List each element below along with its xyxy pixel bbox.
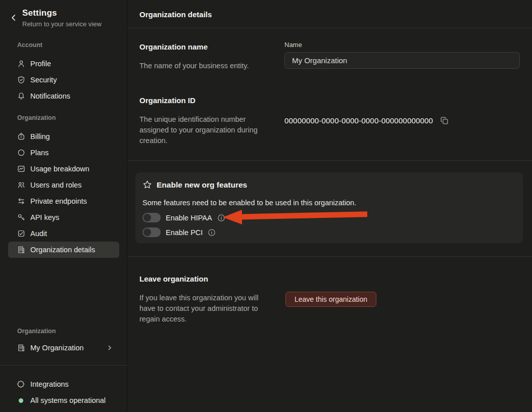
sidebar-item-label: Profile <box>30 60 51 68</box>
features-card-header: Enable new org features <box>142 180 247 190</box>
settings-app: Settings Return to your service view Acc… <box>0 0 532 412</box>
leave-organization-button[interactable]: Leave this organization <box>285 292 376 307</box>
sidebar-subtitle: Return to your service view <box>22 20 102 28</box>
name-field-label: Name <box>284 41 302 49</box>
building-icon <box>17 246 25 254</box>
sidebar-item-users-and-roles[interactable]: Users and roles <box>8 177 119 193</box>
sidebar-item-notifications[interactable]: Notifications <box>8 88 119 104</box>
sidebar-item-organization-details[interactable]: Organization details <box>8 242 119 258</box>
sidebar-divider <box>0 365 127 365</box>
sidebar-item-usage-breakdown[interactable]: Usage breakdown <box>8 161 119 177</box>
sidebar-item-label: Billing <box>30 132 50 141</box>
building-icon <box>17 344 25 352</box>
sidebar-item-billing[interactable]: Billing <box>8 128 119 145</box>
sidebar-item-profile[interactable]: Profile <box>8 56 119 72</box>
sidebar-item-label: Audit <box>30 230 47 238</box>
sidebar-item-integrations[interactable]: Integrations <box>8 376 119 392</box>
sidebar-item-label: Organization details <box>30 246 95 254</box>
sidebar-item-security[interactable]: Security <box>8 72 119 88</box>
organization-section-label: Organization <box>17 114 56 121</box>
org-name-input[interactable] <box>284 52 520 69</box>
org-switcher[interactable]: My Organization <box>8 340 119 356</box>
sidebar-item-label: Users and roles <box>30 181 82 189</box>
status-dot-icon <box>19 398 23 403</box>
pci-toggle-label: Enable PCI <box>166 228 203 237</box>
bell-icon <box>17 92 25 100</box>
sidebar-item-label: Usage breakdown <box>30 165 89 173</box>
features-card: Enable new org features Some features ne… <box>135 172 523 243</box>
sidebar-item-audit[interactable]: Audit <box>8 225 119 242</box>
toggle-knob <box>143 228 151 236</box>
status-label: All systems operational <box>30 396 106 404</box>
page-title: Organization details <box>139 10 212 19</box>
org-switcher-current: My Organization <box>30 344 84 352</box>
sidebar-item-label: Notifications <box>30 92 70 100</box>
hipaa-toggle-label: Enable HIPAA <box>166 214 212 222</box>
features-card-description: Some features need to be enabled to be u… <box>142 199 356 207</box>
section-divider <box>127 256 532 257</box>
main-header: Organization details <box>127 0 532 28</box>
leave-org-title: Leave organization <box>139 274 208 283</box>
usage-chart-icon <box>17 165 25 173</box>
shield-icon <box>17 76 25 84</box>
org-name-title: Organization name <box>139 42 208 51</box>
org-switcher-label: Organization <box>17 328 56 335</box>
copy-icon[interactable] <box>440 116 449 125</box>
circle-icon <box>17 149 25 157</box>
org-id-value: 00000000-0000-0000-0000-000000000000 <box>284 116 433 125</box>
organization-details-panel: Organization details Organization name T… <box>127 0 532 412</box>
sidebar-title: Settings <box>22 8 57 18</box>
person-icon <box>17 60 25 68</box>
system-status-link[interactable]: All systems operational <box>8 392 119 408</box>
org-id-row: 00000000-0000-0000-0000-000000000000 <box>284 116 449 125</box>
sidebar-item-label: API keys <box>30 213 59 221</box>
back-chevron-icon[interactable] <box>9 13 18 22</box>
sidebar-item-private-endpoints[interactable]: Private endpoints <box>8 193 119 209</box>
users-icon <box>17 181 25 189</box>
info-icon[interactable] <box>208 228 216 237</box>
star-icon <box>142 180 152 190</box>
leave-org-description: If you leave this organization you will … <box>139 293 272 325</box>
settings-sidebar: Settings Return to your service view Acc… <box>0 0 127 412</box>
sidebar-item-label: Security <box>30 76 57 84</box>
org-id-title: Organization ID <box>139 96 196 105</box>
chevron-right-icon <box>106 344 113 351</box>
enable-pci-toggle[interactable] <box>142 227 161 237</box>
sidebar-item-label: Plans <box>30 149 49 157</box>
puzzle-icon <box>17 380 25 388</box>
info-icon[interactable] <box>217 214 225 222</box>
swap-arrows-icon <box>17 197 25 205</box>
key-icon <box>17 213 25 221</box>
sidebar-item-api-keys[interactable]: API keys <box>8 209 119 225</box>
features-card-title: Enable new org features <box>157 180 247 190</box>
integrations-label: Integrations <box>30 380 69 388</box>
hipaa-toggle-row: Enable HIPAA <box>142 213 225 222</box>
org-id-description: The unique identification number assigne… <box>139 114 272 146</box>
pci-toggle-row: Enable PCI <box>142 227 216 237</box>
enable-hipaa-toggle[interactable] <box>142 213 161 222</box>
billing-icon <box>17 132 25 141</box>
org-name-description: The name of your business entity. <box>139 61 272 71</box>
sidebar-item-label: Private endpoints <box>30 197 87 205</box>
sidebar-item-plans[interactable]: Plans <box>8 145 119 161</box>
account-section-label: Account <box>17 41 42 49</box>
toggle-knob <box>143 214 151 221</box>
audit-icon <box>17 230 25 238</box>
section-divider <box>127 160 532 161</box>
